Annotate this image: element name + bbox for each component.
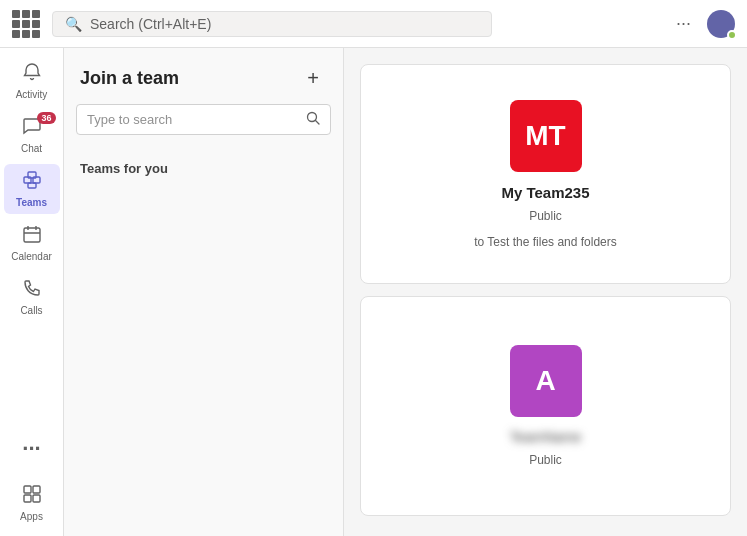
team-card-2[interactable]: A TeamName Public: [360, 296, 731, 516]
calls-icon: [22, 278, 42, 303]
sidebar-item-activity[interactable]: Activity: [4, 56, 60, 106]
section-label: Teams for you: [76, 155, 331, 182]
svg-rect-5: [24, 486, 31, 493]
svg-line-10: [316, 121, 320, 125]
sidebar-item-teams[interactable]: Teams: [4, 164, 60, 214]
sidebar-item-calls[interactable]: Calls: [4, 272, 60, 322]
main-layout: Activity 36 Chat Teams: [0, 48, 747, 536]
team-search-bar[interactable]: Type to search: [76, 104, 331, 135]
svg-rect-7: [24, 495, 31, 502]
sidebar-item-calendar[interactable]: Calendar: [4, 218, 60, 268]
sidebar-item-apps-label: Apps: [20, 511, 43, 522]
team-search-icon: [306, 111, 320, 128]
topbar-left: 🔍 Search (Ctrl+Alt+E): [12, 10, 492, 38]
team-name-1: My Team235: [501, 184, 589, 201]
team-card-1[interactable]: MT My Team235 Public to Test the files a…: [360, 64, 731, 284]
panel-header: Join a team +: [64, 48, 343, 104]
team-description-1: to Test the files and folders: [474, 235, 617, 249]
team-search-input[interactable]: Type to search: [87, 112, 300, 127]
team-avatar-1: MT: [510, 100, 582, 172]
sidebar-item-chat-label: Chat: [21, 143, 42, 154]
presence-status: [727, 30, 737, 40]
apps-icon: [22, 484, 42, 509]
team-type-1: Public: [529, 209, 562, 223]
panel-title: Join a team: [80, 68, 179, 89]
activity-icon: [22, 62, 42, 87]
teams-content: MT My Team235 Public to Test the files a…: [344, 48, 747, 536]
team-name-2-blurred: TeamName: [510, 429, 582, 445]
sidebar-item-apps[interactable]: Apps: [4, 478, 60, 528]
svg-rect-8: [33, 495, 40, 502]
avatar[interactable]: [707, 10, 735, 38]
grid-icon[interactable]: [12, 10, 40, 38]
join-team-panel: Join a team + Type to search Teams for y…: [64, 48, 344, 536]
more-options-button[interactable]: ···: [668, 9, 699, 38]
topbar: 🔍 Search (Ctrl+Alt+E) ···: [0, 0, 747, 48]
svg-rect-4: [24, 228, 40, 242]
svg-rect-3: [28, 183, 36, 188]
svg-rect-6: [33, 486, 40, 493]
team-avatar-2: A: [510, 345, 582, 417]
teams-for-you-section: Teams for you: [64, 147, 343, 190]
sidebar-item-calls-label: Calls: [20, 305, 42, 316]
add-team-button[interactable]: +: [299, 64, 327, 92]
sidebar-item-more[interactable]: ···: [4, 432, 60, 466]
sidebar-item-activity-label: Activity: [16, 89, 48, 100]
team-type-2: Public: [529, 453, 562, 467]
search-placeholder-text: Search (Ctrl+Alt+E): [90, 16, 211, 32]
more-icon: ···: [22, 438, 40, 460]
sidebar-item-chat[interactable]: 36 Chat: [4, 110, 60, 160]
global-search-bar[interactable]: 🔍 Search (Ctrl+Alt+E): [52, 11, 492, 37]
sidebar-item-teams-label: Teams: [16, 197, 47, 208]
sidebar: Activity 36 Chat Teams: [0, 48, 64, 536]
chat-badge: 36: [37, 112, 55, 124]
search-icon: 🔍: [65, 16, 82, 32]
teams-icon: [22, 170, 42, 195]
calendar-icon: [22, 224, 42, 249]
sidebar-item-calendar-label: Calendar: [11, 251, 52, 262]
topbar-right: ···: [668, 9, 735, 38]
